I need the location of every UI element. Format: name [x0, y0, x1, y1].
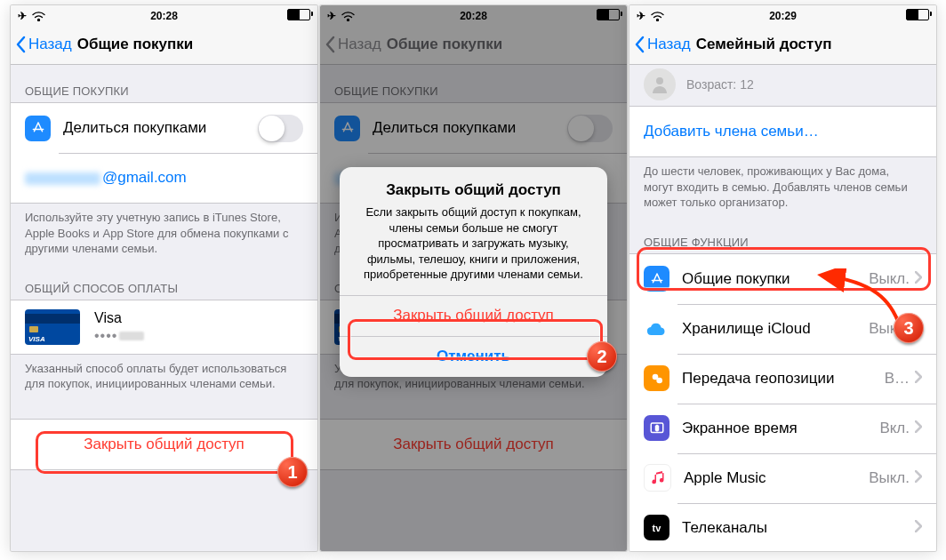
page-title: Общие покупки	[77, 36, 194, 53]
chevron-right-icon	[915, 321, 922, 337]
app-store-icon	[25, 116, 51, 141]
feature-location-sharing[interactable]: Передача геопозиции В…	[629, 354, 936, 404]
avatar-icon	[644, 68, 676, 100]
chevron-right-icon	[915, 271, 922, 287]
add-family-member[interactable]: Добавить члена семьи…	[629, 107, 936, 156]
svg-point-2	[656, 377, 662, 383]
modal-confirm-button[interactable]: Закрыть общий доступ	[340, 295, 607, 336]
apple-tv-icon: tv	[644, 515, 669, 540]
payment-card-row[interactable]: VISA Visa ••••	[11, 300, 317, 354]
share-purchases-toggle-row[interactable]: Делиться покупками	[11, 103, 317, 153]
battery-icon	[287, 9, 310, 20]
modal-title: Закрыть общий доступ	[356, 181, 591, 199]
feature-icloud-storage[interactable]: Хранилище iCloud Выкл.	[629, 304, 936, 354]
chevron-right-icon	[915, 371, 922, 387]
chevron-right-icon	[915, 420, 922, 436]
back-button[interactable]: Назад	[11, 35, 72, 54]
feature-apple-music[interactable]: Apple Music Выкл.	[629, 453, 936, 503]
footer-family-limit: До шести человек, проживающих у Вас дома…	[629, 157, 936, 216]
chevron-right-icon	[915, 470, 922, 486]
account-email-row[interactable]: @gmail.com	[11, 153, 317, 203]
battery-icon	[906, 9, 929, 20]
section-header-features: ОБЩИЕ ФУНКЦИИ	[629, 216, 936, 253]
modal-body: Если закрыть общий доступ к покупкам, чл…	[356, 204, 591, 283]
close-access-button[interactable]: Закрыть общий доступ	[11, 420, 317, 469]
app-store-icon	[644, 266, 669, 292]
modal-cancel-button[interactable]: Отменить	[340, 336, 607, 377]
section-header-purchases: ОБЩИЕ ПОКУПКИ	[11, 65, 317, 102]
visa-card-icon: VISA	[25, 309, 80, 345]
screen-time-icon	[644, 415, 669, 441]
feature-tv-channels[interactable]: tv Телеканалы	[629, 503, 936, 551]
footer-purchases: Используйте эту учетную запись в iTunes …	[11, 204, 317, 262]
feature-screen-time[interactable]: Экранное время Вкл.	[629, 404, 936, 453]
section-header-payment: ОБЩИЙ СПОСОБ ОПЛАТЫ	[11, 262, 317, 300]
confirm-dialog: Закрыть общий доступ Если закрыть общий …	[340, 167, 607, 377]
status-time: 20:28	[11, 10, 317, 22]
svg-point-0	[656, 77, 663, 84]
icloud-icon	[644, 316, 669, 341]
toggle-switch[interactable]	[258, 115, 303, 142]
location-icon	[644, 365, 669, 391]
footer-payment: Указанный способ оплаты будет использова…	[11, 355, 317, 397]
feature-shared-purchases[interactable]: Общие покупки Выкл.	[629, 254, 936, 304]
apple-music-icon	[644, 464, 671, 492]
status-time: 20:29	[629, 10, 936, 22]
chevron-right-icon	[915, 520, 922, 536]
page-title: Семейный доступ	[696, 36, 832, 53]
family-member-row[interactable]: Возраст: 12	[629, 65, 936, 106]
back-button[interactable]: Назад	[629, 35, 691, 54]
